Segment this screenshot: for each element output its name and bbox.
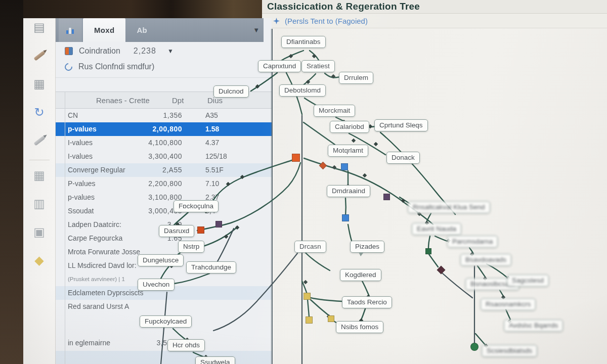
- tree-node-motqrlamt[interactable]: Motqrlamt: [328, 145, 368, 157]
- tree-node-donack[interactable]: Donack: [386, 152, 420, 164]
- tree-node-trahcdundge[interactable]: Trahcdundge: [186, 261, 236, 274]
- tree-node-drcasn[interactable]: Drcasn: [294, 241, 326, 253]
- tree-node-nstrp[interactable]: Nstrp: [178, 241, 204, 253]
- tree-node-taods-rercio[interactable]: Taods Rercio: [342, 296, 392, 308]
- tree-node-parcmsdarna[interactable]: Parcmsdarna: [447, 236, 498, 248]
- tree-node-dfiantinabs[interactable]: Dfiantinabs: [281, 36, 326, 48]
- tree-node-capnxtund[interactable]: Capnxtund: [258, 60, 301, 72]
- screenshot-root: ▤▦↻▦▥▣◆ Classicication & Regeration Tree…: [0, 0, 607, 364]
- tree-node-scsiesdbiatsds[interactable]: Scsiesdbiatsds: [482, 345, 537, 357]
- tree-node-debotslomd[interactable]: Debotslomd: [279, 84, 326, 97]
- tree-node-morckmait[interactable]: Morckmait: [314, 105, 355, 117]
- tree-nodes: DfiantinabsCapnxtundSratiestDrrulemDebot…: [0, 0, 607, 364]
- tree-node-dulcnod[interactable]: Dulcnod: [213, 85, 249, 98]
- tree-node-rnsaltcakval[interactable]: Rnsaltcakval Klua Send: [408, 201, 490, 213]
- tree-node-dungelusce[interactable]: Dungelusce: [138, 254, 184, 266]
- tree-node-nsibs-fomos[interactable]: Nsibs fomos: [336, 321, 383, 333]
- tree-node-sagcstesd[interactable]: Sagcstesd: [507, 275, 549, 287]
- tree-node-bsavdoavads[interactable]: Bsavdoavads: [460, 254, 511, 266]
- tree-node-dmdraaind[interactable]: Dmdraaind: [327, 185, 370, 197]
- tree-node-calariobd[interactable]: Calariobd: [330, 121, 369, 133]
- tree-node-pizades[interactable]: Pizades: [350, 241, 384, 253]
- tree-node-drrulem[interactable]: Drrulem: [339, 72, 373, 84]
- tree-node-dasruxd[interactable]: Dasruxd: [159, 225, 194, 237]
- tree-node-fackoculna[interactable]: Fɒckoçulna: [174, 200, 219, 212]
- tree-node-kogdlered[interactable]: Kogdlered: [340, 269, 381, 281]
- tree-node-ssudwela[interactable]: Ssudwela: [195, 356, 235, 364]
- tree-node-avdslsc-bqarrds[interactable]: Avdslsc Bqarrds: [504, 320, 563, 332]
- tree-node-cqrtund-sleqs[interactable]: Cprtund Sleqs: [374, 119, 428, 131]
- tree-node-rsaosnamkcrs[interactable]: Rsaosnamkcrs: [481, 298, 536, 310]
- tree-node-uvechon[interactable]: Uvechon: [138, 279, 175, 291]
- tree-node-fupckoylcaed[interactable]: Fupckoylcaed: [140, 315, 192, 328]
- tree-node-hcr-ohds[interactable]: Hcr ohds: [167, 339, 205, 351]
- tree-node-sratiest[interactable]: Sratiest: [301, 60, 335, 72]
- tree-node-eavrit-nauda[interactable]: Eavrit Nauda: [412, 223, 461, 235]
